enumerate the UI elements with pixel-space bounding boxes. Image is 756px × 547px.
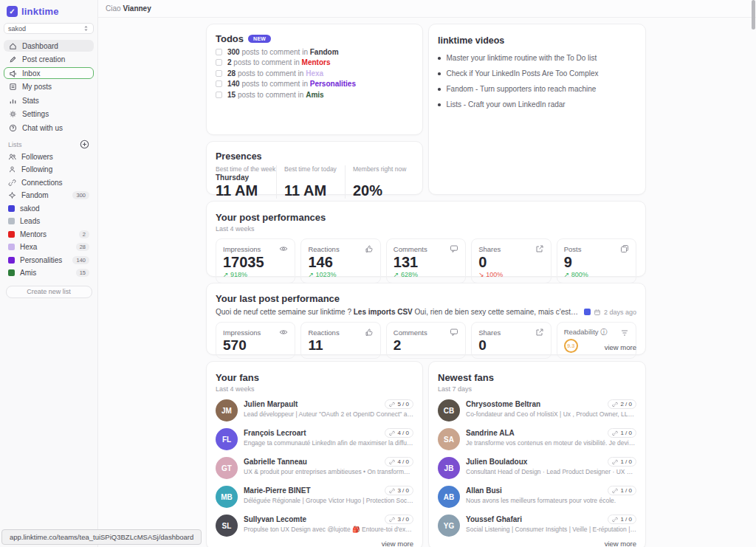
fan-name[interactable]: Julien Marpault <box>244 400 298 408</box>
add-list-button[interactable] <box>80 140 89 149</box>
brand-logo[interactable]: ✓ linktime <box>4 4 94 23</box>
fan-row[interactable]: CB Chrysostome Beltran 2 / 0 Co-fondateu… <box>438 399 636 422</box>
linkedin-post-icon[interactable] <box>584 309 591 315</box>
stat-value: 146 <box>308 254 373 270</box>
fan-score: 4 / 0 <box>397 430 409 436</box>
info-icon[interactable]: ⓘ <box>600 328 608 336</box>
fan-row[interactable]: SL Sullyvan Lecomte 3 / 0 Propulse ton U… <box>216 515 413 537</box>
stat-label: Reactions <box>308 328 339 337</box>
scrollbar-thumb[interactable] <box>752 0 755 30</box>
video-link[interactable]: Lists - Craft your own LinkedIn radar <box>438 101 636 109</box>
video-link[interactable]: Fandom - Turn supporters into reach mach… <box>438 86 636 93</box>
todo-list-link[interactable]: Fandom <box>310 48 339 56</box>
sidebar-item-label: Stats <box>22 97 39 105</box>
fan-name[interactable]: Youssef Ghafari <box>466 515 522 523</box>
sidebar-item-sakod[interactable]: sakod <box>4 203 94 214</box>
sidebar-item-my-posts[interactable]: My posts <box>4 81 94 93</box>
stat-change: 918% <box>230 271 247 278</box>
best-time-today: Best time for today 11 AM <box>276 165 345 199</box>
avatar: SA <box>438 428 460 450</box>
fan-name[interactable]: Julien Bouladoux <box>466 458 527 466</box>
bullet-icon <box>438 103 441 106</box>
todo-item: 15 posts to comment in Amis <box>216 92 413 98</box>
fan-name[interactable]: Sullyvan Lecomte <box>244 515 306 523</box>
fan-row[interactable]: JM Julien Marpault 5 / 0 Lead développeu… <box>216 399 413 422</box>
view-more-link[interactable]: view more <box>605 343 636 351</box>
view-more-link[interactable]: view more <box>382 540 413 547</box>
sidebar-item-mentors[interactable]: Mentors 2 <box>4 229 94 240</box>
fan-name[interactable]: François Lecroart <box>244 429 306 437</box>
stat-label: Comments <box>394 245 427 253</box>
following-icon <box>8 165 16 173</box>
fan-row[interactable]: SA Sandrine ALA 1 / 0 Je transforme vos … <box>438 428 636 450</box>
sidebar-item-label: Leads <box>20 217 40 225</box>
workspace-select[interactable]: sakod <box>4 23 94 34</box>
sidebar-item-following[interactable]: Following <box>4 164 94 175</box>
todo-list-link[interactable]: Personalities <box>310 80 356 88</box>
sidebar-item-personalities[interactable]: Personalities 140 <box>4 255 94 266</box>
fan-score: 5 / 0 <box>397 401 409 407</box>
brand-name: linktime <box>21 6 59 17</box>
fan-score-badge: 1 / 0 <box>608 515 636 524</box>
todo-checkbox[interactable] <box>216 80 222 87</box>
todo-checkbox[interactable] <box>216 49 222 55</box>
bullet-icon <box>438 88 441 91</box>
trend-up-icon: ↗ <box>394 271 399 278</box>
sidebar-item-post-creation[interactable]: Post creation <box>4 54 94 66</box>
sidebar-item-followers[interactable]: Followers <box>4 151 94 162</box>
sidebar-item-leads[interactable]: Leads <box>4 216 94 227</box>
sidebar-item-amis[interactable]: Amis 15 <box>4 267 94 278</box>
todo-list-link[interactable]: Hexa <box>306 69 323 78</box>
sidebar-item-chat[interactable]: Chat with us <box>4 122 94 134</box>
video-link[interactable]: Master your linktime routine with the To… <box>438 55 636 62</box>
link-icon <box>389 517 395 523</box>
view-more-link[interactable]: view more <box>605 540 636 547</box>
stat-label: Best time of the week <box>216 165 276 173</box>
create-new-list-button[interactable]: Create new list <box>6 286 92 298</box>
list-color-dot <box>8 244 15 250</box>
stat-shares: Shares 0 ↘ 100% <box>471 238 551 283</box>
stat-label: Impressions <box>223 245 261 253</box>
todo-checkbox[interactable] <box>216 92 222 98</box>
fan-row[interactable]: GT Gabrielle Tanneau 4 / 0 UX & produit … <box>216 457 413 479</box>
fan-row[interactable]: AB Allan Busi 1 / 0 Nous avons les meill… <box>438 486 636 508</box>
fan-description: Propulse ton UX Design avec @lujotte 🎒 E… <box>244 526 413 533</box>
post-meta: 2 days ago <box>584 309 636 316</box>
sidebar-item-inbox[interactable]: Inbox <box>4 67 94 79</box>
fan-name[interactable]: Allan Busi <box>466 486 502 495</box>
fan-score-badge: 4 / 0 <box>385 457 413 467</box>
fan-row[interactable]: YG Youssef Ghafari 1 / 0 Social Listenin… <box>438 515 636 537</box>
stat-label: Shares <box>478 328 501 337</box>
fan-row[interactable]: MB Marie-Pierre BINET 3 / 0 Déléguée Rég… <box>216 486 413 508</box>
sidebar-item-fandom[interactable]: Fandom 300 <box>4 190 94 201</box>
fan-name[interactable]: Chrysostome Beltran <box>466 400 540 408</box>
todo-list-link[interactable]: Amis <box>306 91 323 99</box>
todo-item: 28 posts to comment in Hexa <box>216 70 413 77</box>
todos-title: Todos <box>216 33 244 44</box>
fan-name[interactable]: Gabrielle Tanneau <box>244 458 307 466</box>
fan-score: 1 / 0 <box>620 430 632 436</box>
video-label: Master your linktime routine with the To… <box>447 55 597 62</box>
video-link[interactable]: Check if Your LinkedIn Posts Are Too Com… <box>438 70 636 78</box>
sidebar-item-connections[interactable]: Connections <box>4 177 94 188</box>
sidebar-item-hexa[interactable]: Hexa 28 <box>4 241 94 252</box>
fan-name[interactable]: Marie-Pierre BINET <box>244 486 311 495</box>
fan-row[interactable]: JB Julien Bouladoux 1 / 0 Consultant Hea… <box>438 457 636 479</box>
sidebar-item-label: My posts <box>22 83 52 91</box>
post-excerpt[interactable]: Quoi de neuf cette semaine sur linktime … <box>216 308 580 316</box>
sidebar-item-dashboard[interactable]: Dashboard <box>4 40 94 52</box>
count-badge: 2 <box>79 230 89 238</box>
fan-name[interactable]: Sandrine ALA <box>466 429 515 437</box>
todo-text: posts to comment in <box>233 58 299 66</box>
todo-checkbox[interactable] <box>216 70 222 77</box>
todo-list-link[interactable]: Mentors <box>302 58 331 66</box>
todo-count: 2 <box>227 58 232 66</box>
sidebar-item-label: Hexa <box>20 243 37 251</box>
fan-score-badge: 4 / 0 <box>385 428 413 438</box>
fan-row[interactable]: FL François Lecroart 4 / 0 Engage ta com… <box>216 428 413 450</box>
fan-description: Nous avons les meilleurs formateurs pour… <box>466 497 636 504</box>
comment-icon <box>450 244 458 253</box>
sidebar-item-settings[interactable]: Settings <box>4 109 94 120</box>
todo-checkbox[interactable] <box>216 59 222 66</box>
sidebar-item-stats[interactable]: Stats <box>4 94 94 106</box>
